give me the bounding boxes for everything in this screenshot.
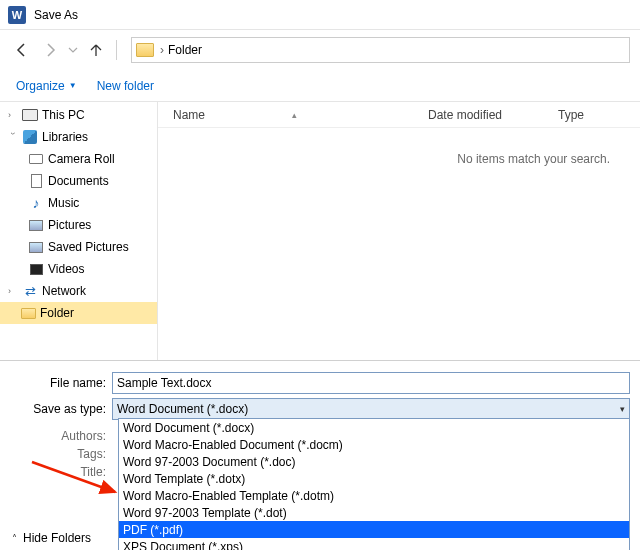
tree-item-videos[interactable]: Videos xyxy=(0,258,157,280)
recent-locations-button[interactable] xyxy=(66,38,80,62)
filename-input[interactable] xyxy=(112,372,630,394)
chevron-down-icon: ▼ xyxy=(69,81,77,90)
collapse-icon[interactable]: › xyxy=(8,132,18,142)
toolbar: Organize ▼ New folder xyxy=(0,70,640,102)
pc-icon xyxy=(22,107,38,123)
forward-button[interactable] xyxy=(38,38,62,62)
titlebar: W Save As xyxy=(0,0,640,30)
chevron-up-icon: ˄ xyxy=(12,533,17,544)
tree-label: Videos xyxy=(48,262,84,276)
chevron-right-icon[interactable]: › xyxy=(156,43,168,57)
column-header-type[interactable]: Type xyxy=(548,108,640,122)
empty-message: No items match your search. xyxy=(158,128,640,166)
new-folder-button[interactable]: New folder xyxy=(97,79,154,93)
folder-icon xyxy=(136,43,154,57)
type-option[interactable]: Word Macro-Enabled Document (*.docm) xyxy=(119,436,629,453)
tree-label: Documents xyxy=(48,174,109,188)
document-icon xyxy=(28,173,44,189)
tree-item-documents[interactable]: Documents xyxy=(0,170,157,192)
saveastype-dropdown[interactable]: Word Document (*.docx)Word Macro-Enabled… xyxy=(118,418,630,550)
saveastype-combo[interactable]: Word Document (*.docx) ▾ xyxy=(112,398,630,420)
type-option[interactable]: PDF (*.pdf) xyxy=(119,521,629,538)
sort-indicator-icon: ▴ xyxy=(292,110,297,120)
type-option[interactable]: XPS Document (*.xps) xyxy=(119,538,629,550)
hide-folders-button[interactable]: ˄ Hide Folders xyxy=(12,531,91,545)
hide-folders-label: Hide Folders xyxy=(23,531,91,545)
tree-label: Camera Roll xyxy=(48,152,115,166)
video-icon xyxy=(28,261,44,277)
pictures-icon xyxy=(28,239,44,255)
address-bar[interactable]: › Folder xyxy=(131,37,630,63)
network-icon: ⇄ xyxy=(22,283,38,299)
bottom-panel: File name: Save as type: Word Document (… xyxy=(0,360,640,481)
tree-label: Music xyxy=(48,196,79,210)
libraries-icon xyxy=(22,129,38,145)
pictures-icon xyxy=(28,217,44,233)
tree-item-camera-roll[interactable]: Camera Roll xyxy=(0,148,157,170)
tree-label: Pictures xyxy=(48,218,91,232)
tree-item-folder[interactable]: Folder xyxy=(0,302,157,324)
nav-separator xyxy=(116,40,117,60)
type-option[interactable]: Word 97-2003 Document (*.doc) xyxy=(119,453,629,470)
navbar: › Folder xyxy=(0,30,640,70)
tree-item-saved-pictures[interactable]: Saved Pictures xyxy=(0,236,157,258)
up-button[interactable] xyxy=(84,38,108,62)
type-option[interactable]: Word 97-2003 Template (*.dot) xyxy=(119,504,629,521)
tree-item-this-pc[interactable]: › This PC xyxy=(0,104,157,126)
file-list[interactable]: ▴ Name Date modified Type No items match… xyxy=(158,102,640,360)
word-app-icon: W xyxy=(8,6,26,24)
column-header-date[interactable]: Date modified xyxy=(418,108,548,122)
tree-label: Folder xyxy=(40,306,74,320)
combo-value: Word Document (*.docx) xyxy=(117,402,248,416)
tree-item-pictures[interactable]: Pictures xyxy=(0,214,157,236)
tree-label: Libraries xyxy=(42,130,88,144)
expand-icon[interactable]: › xyxy=(8,286,18,296)
filename-label: File name: xyxy=(0,376,112,390)
window-title: Save As xyxy=(34,8,78,22)
list-header: ▴ Name Date modified Type xyxy=(158,102,640,128)
organize-button[interactable]: Organize ▼ xyxy=(16,79,77,93)
chevron-down-icon: ▾ xyxy=(620,404,625,414)
folder-icon xyxy=(20,305,36,321)
tags-label: Tags: xyxy=(0,445,106,463)
back-button[interactable] xyxy=(10,38,34,62)
saveastype-label: Save as type: xyxy=(0,402,112,416)
tree-item-network[interactable]: › ⇄ Network xyxy=(0,280,157,302)
expand-icon[interactable]: › xyxy=(8,110,18,120)
organize-label: Organize xyxy=(16,79,65,93)
tree-item-music[interactable]: ♪ Music xyxy=(0,192,157,214)
camera-icon xyxy=(28,151,44,167)
music-icon: ♪ xyxy=(28,195,44,211)
tree-label: Network xyxy=(42,284,86,298)
tree-item-libraries[interactable]: › Libraries xyxy=(0,126,157,148)
breadcrumb-item[interactable]: Folder xyxy=(168,43,202,57)
type-option[interactable]: Word Macro-Enabled Template (*.dotm) xyxy=(119,487,629,504)
title-label: Title: xyxy=(0,463,106,481)
tree-label: Saved Pictures xyxy=(48,240,129,254)
tree-label: This PC xyxy=(42,108,85,122)
type-option[interactable]: Word Document (*.docx) xyxy=(119,419,629,436)
type-option[interactable]: Word Template (*.dotx) xyxy=(119,470,629,487)
folder-tree[interactable]: › This PC › Libraries Camera Roll Docume… xyxy=(0,102,158,360)
column-label: Name xyxy=(173,108,205,122)
authors-label: Authors: xyxy=(0,427,106,445)
main-area: › This PC › Libraries Camera Roll Docume… xyxy=(0,102,640,360)
column-header-name[interactable]: ▴ Name xyxy=(158,108,418,122)
